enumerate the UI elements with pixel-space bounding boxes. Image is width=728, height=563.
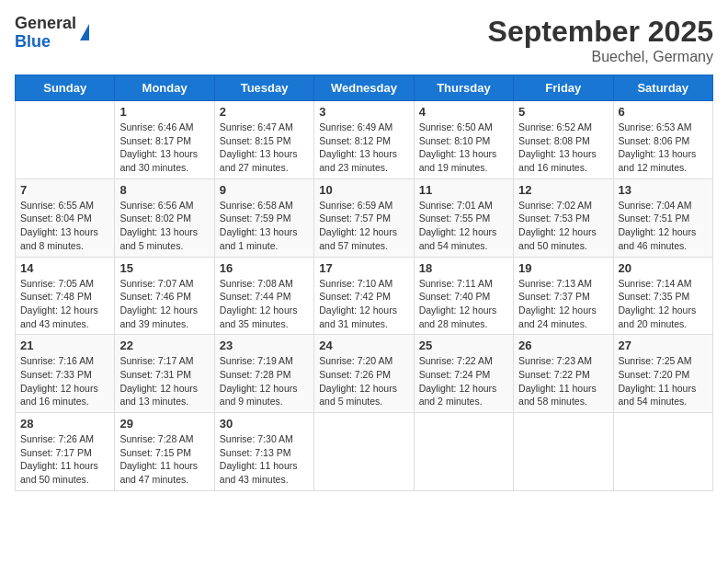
col-header-monday: Monday xyxy=(115,75,214,101)
day-number: 27 xyxy=(619,339,708,352)
day-info: Sunrise: 7:04 AMSunset: 7:51 PMDaylight:… xyxy=(619,199,708,253)
day-info: Sunrise: 7:10 AMSunset: 7:42 PMDaylight:… xyxy=(319,277,408,331)
day-number: 5 xyxy=(518,105,608,119)
day-info: Sunrise: 7:01 AMSunset: 7:55 PMDaylight:… xyxy=(419,199,508,253)
calendar-cell: 27Sunrise: 7:25 AMSunset: 7:20 PMDayligh… xyxy=(613,335,712,413)
calendar-cell: 5Sunrise: 6:52 AMSunset: 8:08 PMDaylight… xyxy=(514,101,613,179)
calendar-week-row: 7Sunrise: 6:55 AMSunset: 8:04 PMDaylight… xyxy=(16,178,713,257)
calendar-cell xyxy=(514,413,613,491)
day-info: Sunrise: 7:30 AMSunset: 7:13 PMDaylight:… xyxy=(220,432,309,487)
day-number: 22 xyxy=(119,339,209,352)
title-block: September 2025 Buechel, Germany xyxy=(488,15,713,65)
col-header-thursday: Thursday xyxy=(414,75,513,101)
day-info: Sunrise: 7:13 AMSunset: 7:37 PMDaylight:… xyxy=(518,277,608,331)
day-info: Sunrise: 7:07 AMSunset: 7:46 PMDaylight:… xyxy=(119,277,209,331)
calendar-cell: 20Sunrise: 7:14 AMSunset: 7:35 PMDayligh… xyxy=(613,257,712,335)
calendar-week-row: 21Sunrise: 7:16 AMSunset: 7:33 PMDayligh… xyxy=(16,335,713,413)
calendar-cell: 30Sunrise: 7:30 AMSunset: 7:13 PMDayligh… xyxy=(214,413,313,491)
day-info: Sunrise: 6:59 AMSunset: 7:57 PMDaylight:… xyxy=(319,199,408,253)
day-number: 13 xyxy=(619,183,708,197)
day-number: 1 xyxy=(119,105,209,119)
calendar-cell: 13Sunrise: 7:04 AMSunset: 7:51 PMDayligh… xyxy=(613,178,712,257)
day-info: Sunrise: 7:22 AMSunset: 7:24 PMDaylight:… xyxy=(419,354,508,408)
day-number: 17 xyxy=(319,261,408,275)
calendar-week-row: 28Sunrise: 7:26 AMSunset: 7:17 PMDayligh… xyxy=(16,413,713,491)
calendar-title: September 2025 xyxy=(488,15,713,49)
col-header-tuesday: Tuesday xyxy=(214,75,313,101)
calendar-cell: 4Sunrise: 6:50 AMSunset: 8:10 PMDaylight… xyxy=(414,101,513,179)
day-number: 10 xyxy=(319,183,408,197)
day-number: 14 xyxy=(20,261,109,275)
calendar-cell: 21Sunrise: 7:16 AMSunset: 7:33 PMDayligh… xyxy=(16,335,115,413)
calendar-cell: 2Sunrise: 6:47 AMSunset: 8:15 PMDaylight… xyxy=(214,101,313,179)
calendar-cell: 12Sunrise: 7:02 AMSunset: 7:53 PMDayligh… xyxy=(514,178,613,257)
calendar-cell: 9Sunrise: 6:58 AMSunset: 7:59 PMDaylight… xyxy=(214,178,313,257)
day-number: 23 xyxy=(220,339,309,352)
day-info: Sunrise: 6:58 AMSunset: 7:59 PMDaylight:… xyxy=(220,199,309,253)
day-info: Sunrise: 7:23 AMSunset: 7:22 PMDaylight:… xyxy=(518,354,608,408)
calendar-cell: 19Sunrise: 7:13 AMSunset: 7:37 PMDayligh… xyxy=(514,257,613,335)
day-number: 6 xyxy=(619,105,708,119)
day-number: 26 xyxy=(518,339,608,352)
day-number: 24 xyxy=(319,339,408,352)
day-number: 12 xyxy=(518,183,608,197)
calendar-cell: 1Sunrise: 6:46 AMSunset: 8:17 PMDaylight… xyxy=(115,101,214,179)
calendar-cell: 24Sunrise: 7:20 AMSunset: 7:26 PMDayligh… xyxy=(314,335,414,413)
calendar-cell: 15Sunrise: 7:07 AMSunset: 7:46 PMDayligh… xyxy=(115,257,214,335)
day-number: 19 xyxy=(518,261,608,275)
day-info: Sunrise: 7:26 AMSunset: 7:17 PMDaylight:… xyxy=(20,432,109,487)
day-number: 25 xyxy=(419,339,508,352)
calendar-cell: 25Sunrise: 7:22 AMSunset: 7:24 PMDayligh… xyxy=(414,335,513,413)
day-number: 2 xyxy=(220,105,309,119)
day-info: Sunrise: 7:17 AMSunset: 7:31 PMDaylight:… xyxy=(119,354,209,408)
calendar-week-row: 14Sunrise: 7:05 AMSunset: 7:48 PMDayligh… xyxy=(16,257,713,335)
day-info: Sunrise: 7:16 AMSunset: 7:33 PMDaylight:… xyxy=(20,354,109,408)
day-number: 30 xyxy=(220,417,309,431)
day-info: Sunrise: 7:02 AMSunset: 7:53 PMDaylight:… xyxy=(518,199,608,253)
calendar-cell: 28Sunrise: 7:26 AMSunset: 7:17 PMDayligh… xyxy=(16,413,115,491)
day-info: Sunrise: 7:25 AMSunset: 7:20 PMDaylight:… xyxy=(619,354,708,408)
day-number: 28 xyxy=(20,417,109,431)
calendar-subtitle: Buechel, Germany xyxy=(488,49,713,65)
calendar-cell: 26Sunrise: 7:23 AMSunset: 7:22 PMDayligh… xyxy=(514,335,613,413)
logo-triangle-icon xyxy=(80,24,89,40)
day-number: 4 xyxy=(419,105,508,119)
calendar-cell xyxy=(613,413,712,491)
calendar-cell: 8Sunrise: 6:56 AMSunset: 8:02 PMDaylight… xyxy=(115,178,214,257)
day-info: Sunrise: 7:05 AMSunset: 7:48 PMDaylight:… xyxy=(20,277,109,331)
calendar-cell: 7Sunrise: 6:55 AMSunset: 8:04 PMDaylight… xyxy=(16,178,115,257)
calendar-cell xyxy=(16,101,115,179)
calendar-cell: 29Sunrise: 7:28 AMSunset: 7:15 PMDayligh… xyxy=(115,413,214,491)
day-info: Sunrise: 7:20 AMSunset: 7:26 PMDaylight:… xyxy=(319,354,408,408)
calendar-cell: 18Sunrise: 7:11 AMSunset: 7:40 PMDayligh… xyxy=(414,257,513,335)
calendar-cell: 23Sunrise: 7:19 AMSunset: 7:28 PMDayligh… xyxy=(214,335,313,413)
day-info: Sunrise: 7:14 AMSunset: 7:35 PMDaylight:… xyxy=(619,277,708,331)
col-header-friday: Friday xyxy=(514,75,613,101)
col-header-saturday: Saturday xyxy=(613,75,712,101)
day-info: Sunrise: 6:52 AMSunset: 8:08 PMDaylight:… xyxy=(518,121,608,175)
day-number: 20 xyxy=(619,261,708,275)
day-info: Sunrise: 6:46 AMSunset: 8:17 PMDaylight:… xyxy=(119,121,209,175)
day-number: 11 xyxy=(419,183,508,197)
day-number: 8 xyxy=(119,183,209,197)
calendar-cell: 3Sunrise: 6:49 AMSunset: 8:12 PMDaylight… xyxy=(314,101,414,179)
day-info: Sunrise: 6:56 AMSunset: 8:02 PMDaylight:… xyxy=(119,199,209,253)
day-info: Sunrise: 6:47 AMSunset: 8:15 PMDaylight:… xyxy=(220,121,309,175)
calendar-cell: 11Sunrise: 7:01 AMSunset: 7:55 PMDayligh… xyxy=(414,178,513,257)
calendar-cell xyxy=(314,413,414,491)
day-number: 9 xyxy=(220,183,309,197)
day-number: 7 xyxy=(20,183,109,197)
day-number: 3 xyxy=(319,105,408,119)
day-number: 15 xyxy=(119,261,209,275)
logo-blue: Blue xyxy=(15,32,51,51)
calendar-table: SundayMondayTuesdayWednesdayThursdayFrid… xyxy=(15,75,713,491)
day-number: 29 xyxy=(119,417,209,431)
calendar-cell: 14Sunrise: 7:05 AMSunset: 7:48 PMDayligh… xyxy=(16,257,115,335)
day-number: 18 xyxy=(419,261,508,275)
day-number: 16 xyxy=(220,261,309,275)
day-info: Sunrise: 7:28 AMSunset: 7:15 PMDaylight:… xyxy=(119,432,209,487)
day-info: Sunrise: 7:19 AMSunset: 7:28 PMDaylight:… xyxy=(220,354,309,408)
logo-general: General xyxy=(15,14,76,32)
logo: General Blue xyxy=(15,15,89,52)
calendar-cell: 10Sunrise: 6:59 AMSunset: 7:57 PMDayligh… xyxy=(314,178,414,257)
